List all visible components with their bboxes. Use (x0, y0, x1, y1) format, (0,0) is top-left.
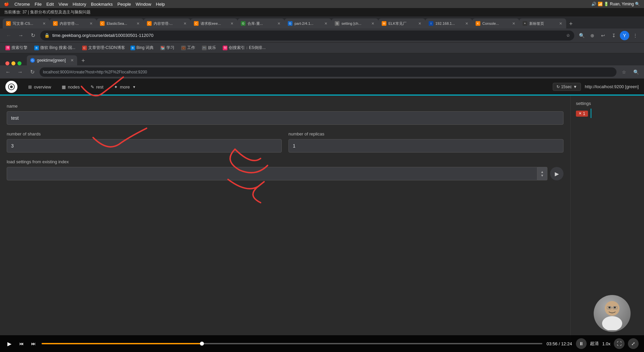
video-time: 03:56 / 12:24 (546, 341, 572, 346)
mac-menu-chrome[interactable]: Chrome (14, 2, 30, 7)
mac-menu-edit[interactable]: Edit (46, 2, 54, 7)
tab-10[interactable]: i 192.168.1... ✕ (425, 18, 472, 28)
load-settings-label: load settings from existing index (7, 159, 564, 164)
inner-new-tab[interactable]: + (78, 56, 88, 65)
extensions-button[interactable]: 🔍 (577, 31, 586, 40)
tab-2-label: 内容管理-... (60, 21, 79, 26)
tab-12-close[interactable]: ✕ (558, 21, 563, 26)
bookmark-csdn[interactable]: C 文章管理-CSDN博客 (79, 44, 126, 51)
tab-11-close[interactable]: ✕ (511, 21, 516, 26)
history-button[interactable]: ↩ (598, 31, 608, 40)
inner-forward-button[interactable]: → (15, 67, 25, 77)
inner-star-button[interactable]: ☆ (619, 67, 629, 77)
settings-button[interactable]: ⋮ (631, 31, 640, 40)
star-icon[interactable]: ☆ (566, 33, 570, 38)
back-button[interactable]: ← (4, 31, 13, 40)
name-input[interactable] (7, 111, 564, 125)
settings-badge[interactable]: ✕ 1 (576, 111, 588, 117)
run-button[interactable]: ▶ (550, 167, 564, 180)
mac-menu-history[interactable]: History (73, 2, 86, 7)
bookmark-learn-label: 学习 (166, 45, 174, 51)
inner-tab-geektime[interactable]: G geektime[green] ✕ (27, 55, 77, 65)
tl-close[interactable] (5, 61, 9, 65)
tab-11[interactable]: K Console... ✕ (472, 18, 519, 28)
tab-12-favicon: + (523, 21, 527, 26)
load-settings-select[interactable] (7, 167, 537, 180)
video-pause-button[interactable]: ⏸ (576, 338, 587, 349)
mac-menu-view[interactable]: View (59, 2, 68, 7)
tab-5-close[interactable]: ✕ (229, 21, 234, 26)
select-arrows[interactable]: ▲ ▼ (537, 167, 547, 180)
address-bar[interactable]: 🔒 time.geekbang.org/course/detail/100030… (40, 31, 574, 41)
mac-menu-people[interactable]: People (117, 2, 131, 7)
tab-12[interactable]: + 新标签页 ✕ (519, 18, 566, 28)
tab-11-label: Console... (482, 21, 499, 25)
inner-tab-label: geektime[green] (37, 58, 66, 63)
forward-button[interactable]: → (16, 31, 25, 40)
tab-1-close[interactable]: ✕ (42, 21, 46, 26)
lock-icon: 🔒 (44, 33, 50, 38)
mac-menu-window[interactable]: Window (136, 2, 151, 7)
inner-toolbar: ← → ↻ localhost:9000/#/create?host=http:… (0, 65, 644, 79)
video-expand-button[interactable]: ⤢ (628, 338, 639, 349)
bookmarks-bar: 搜 搜索引擎 B 微软 Bing 搜索-国... C 文章管理-CSDN博客 B… (0, 43, 644, 53)
replicas-input[interactable] (288, 139, 564, 153)
tab-6[interactable]: G 合库-重... ✕ (237, 18, 284, 28)
tab-10-close[interactable]: ✕ (464, 21, 469, 26)
mac-menu-bookmarks[interactable]: Bookmarks (91, 2, 113, 7)
tab-7-close[interactable]: ✕ (323, 21, 328, 26)
refresh-button[interactable]: ↻ 15sec ▼ (553, 83, 581, 91)
inner-search-button[interactable]: 🔍 (631, 67, 641, 77)
kopf-nav-nodes[interactable]: ▦ nodes (56, 79, 85, 96)
tab-1[interactable]: C 写文章-CS... ✕ (3, 18, 50, 28)
reload-button[interactable]: ↻ (28, 31, 38, 40)
tab-8-close[interactable]: ✕ (370, 21, 375, 26)
tab-9-close[interactable]: ✕ (417, 21, 422, 26)
inner-tab-close[interactable]: ✕ (70, 58, 74, 63)
bookmark-bing[interactable]: B 微软 Bing 搜索-国... (32, 44, 78, 51)
tab-6-close[interactable]: ✕ (276, 21, 281, 26)
tl-maximize[interactable] (17, 61, 21, 65)
tab-2-close[interactable]: ✕ (89, 21, 93, 26)
mac-menu-help[interactable]: Help (156, 2, 165, 7)
tab-5[interactable]: C 请求权eee... ✕ (191, 18, 237, 28)
kopf-nav-more[interactable]: ✦ more ▼ (109, 79, 141, 96)
inner-reload-button[interactable]: ↻ (28, 67, 37, 77)
bookmark-entertainment[interactable]: 🎮 娱乐 (199, 44, 219, 51)
kopf-nav-right: ↻ 15sec ▼ http://localhost:9200 [green] (553, 83, 639, 91)
tab-8[interactable]: S setting [ch... ✕ (331, 18, 378, 28)
video-prev-button[interactable]: ⏮ (17, 340, 25, 348)
tab-4-close[interactable]: ✕ (182, 21, 187, 26)
video-next-button[interactable]: ⏭ (30, 340, 38, 348)
tab-2[interactable]: C 内容管理-... ✕ (50, 18, 97, 28)
downloads-button[interactable]: ↧ (609, 31, 619, 40)
tl-minimize[interactable] (11, 61, 15, 65)
mac-status-icons: 🔊 📶 🔋 Ruan, Yiming 🔍 (591, 2, 640, 6)
kopf-nav-overview[interactable]: ⊞ overview (23, 79, 56, 96)
bookmark-button[interactable]: ⊕ (588, 31, 597, 40)
video-play-button[interactable]: ▶ (5, 340, 13, 348)
tab-3[interactable]: C ElasticSea... ✕ (97, 18, 144, 28)
video-progress[interactable] (42, 343, 542, 344)
apple-menu[interactable]: 🍎 (4, 2, 9, 6)
video-next-icon: ⏭ (31, 341, 36, 346)
bookmark-learn[interactable]: 📚 学习 (158, 44, 177, 51)
shards-input[interactable] (7, 139, 282, 153)
new-tab-button[interactable]: + (566, 19, 576, 28)
address-text: time.geekbang.org/course/detail/10003050… (52, 33, 564, 38)
bookmark-work[interactable]: 💼 工作 (178, 44, 198, 51)
mac-menu-file[interactable]: File (35, 2, 42, 7)
tab-7[interactable]: G part-2/4.1... ✕ (284, 18, 331, 28)
inner-address-bar[interactable]: localhost:9000/#/create?host=http:%2F%2F… (40, 67, 616, 77)
tab-4[interactable]: C 内容管理-... ✕ (144, 18, 191, 28)
video-time-separator: / (559, 341, 561, 346)
video-fullscreen-button[interactable]: ⛶ (614, 338, 625, 349)
tab-3-close[interactable]: ✕ (136, 21, 140, 26)
bookmark-search[interactable]: 搜 搜索引擎 (3, 44, 30, 51)
bookmark-es[interactable]: 创 创搜索引：ES倒排... (220, 44, 267, 51)
bookmark-bing-dict[interactable]: B Bing 词典 (128, 44, 156, 51)
inner-back-button[interactable]: ← (3, 67, 13, 77)
kopf-nav-rest[interactable]: ✎ rest (85, 79, 109, 96)
profile-button[interactable]: Y (620, 31, 629, 40)
tab-9[interactable]: M ELK常见厂 ✕ (378, 18, 425, 28)
